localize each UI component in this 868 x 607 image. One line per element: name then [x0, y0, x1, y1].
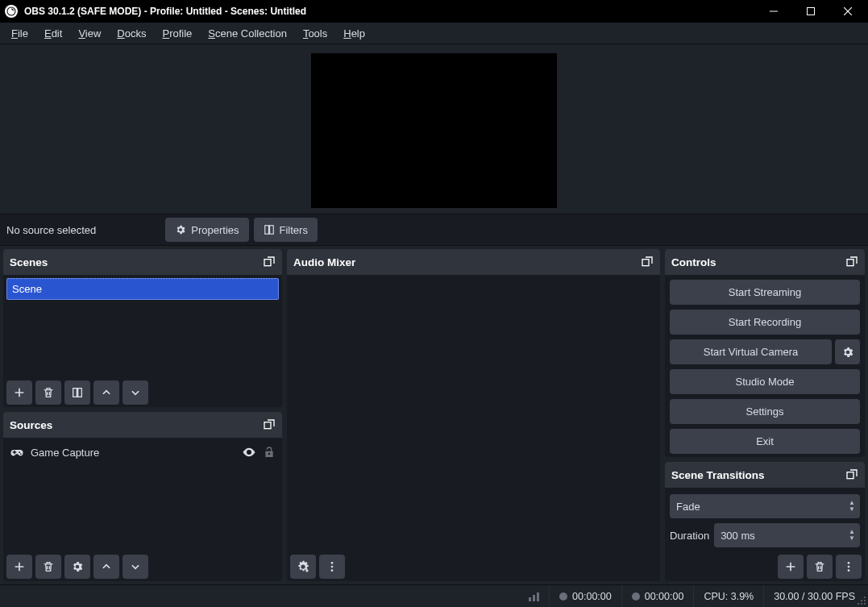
status-cpu: CPU: 3.9%: [693, 585, 763, 607]
svg-rect-4: [264, 260, 271, 266]
svg-point-23: [858, 603, 859, 605]
remove-scene-button[interactable]: [35, 380, 61, 405]
resize-grip-icon[interactable]: [857, 596, 866, 605]
preview-area[interactable]: [0, 44, 868, 214]
audio-menu-button[interactable]: [319, 555, 345, 579]
status-fps: 30.00 / 30.00 FPS: [763, 585, 865, 607]
svg-point-20: [861, 600, 862, 601]
status-rec-time: 00:00:00: [621, 585, 694, 607]
start-virtual-camera-button[interactable]: Start Virtual Camera: [670, 339, 832, 364]
menu-view[interactable]: View: [70, 25, 109, 42]
add-source-button[interactable]: [6, 555, 32, 579]
remove-transition-button[interactable]: [807, 555, 833, 579]
add-transition-button[interactable]: [778, 555, 804, 579]
window-close-button[interactable]: [829, 0, 866, 23]
lock-toggle[interactable]: [263, 446, 276, 459]
exit-button[interactable]: Exit: [670, 429, 860, 454]
svg-point-10: [331, 562, 334, 564]
menubar: File Edit View Docks Profile Scene Colle…: [0, 23, 868, 44]
window-title: OBS 30.1.2 (SAFE MODE) - Profile: Untitl…: [24, 6, 755, 17]
properties-button-label: Properties: [191, 224, 239, 236]
add-scene-button[interactable]: [6, 380, 32, 405]
svg-rect-7: [264, 422, 271, 429]
move-scene-up-button[interactable]: [93, 380, 119, 405]
svg-point-12: [331, 569, 334, 572]
menu-docks[interactable]: Docks: [109, 25, 154, 42]
window-maximize-button[interactable]: [792, 0, 829, 23]
popout-icon[interactable]: [641, 256, 654, 268]
visibility-toggle[interactable]: [242, 445, 256, 459]
transition-menu-button[interactable]: [836, 555, 862, 579]
scenes-panel: Scenes Scene: [3, 249, 282, 407]
menu-tools[interactable]: Tools: [295, 25, 335, 42]
spinner-icon: ▲▼: [849, 523, 855, 547]
menu-file[interactable]: File: [3, 25, 36, 42]
no-source-label: No source selected: [5, 224, 160, 236]
svg-rect-5: [73, 389, 77, 397]
menu-edit[interactable]: Edit: [36, 25, 70, 42]
rec-dot-icon: [632, 592, 640, 601]
transition-duration-input[interactable]: 300 ms ▲▼: [714, 523, 860, 547]
sources-list[interactable]: Game Capture: [3, 438, 282, 552]
source-properties-button[interactable]: [64, 555, 90, 579]
stream-time-value: 00:00:00: [572, 591, 612, 602]
remove-source-button[interactable]: [35, 555, 61, 579]
transitions-title: Scene Transitions: [671, 469, 765, 481]
svg-point-18: [864, 597, 866, 598]
select-spinner-icon: ▲▼: [849, 494, 855, 518]
svg-point-22: [861, 603, 862, 605]
transitions-panel: Scene Transitions Fade ▲▼ Duration 300 m…: [665, 462, 865, 581]
source-item-label: Game Capture: [31, 447, 99, 459]
transition-current: Fade: [676, 501, 700, 513]
gamepad-icon: [10, 445, 24, 459]
svg-rect-6: [78, 389, 82, 397]
svg-point-19: [864, 600, 866, 601]
move-source-up-button[interactable]: [93, 555, 119, 579]
status-network[interactable]: [519, 585, 549, 607]
source-item[interactable]: Game Capture: [6, 441, 279, 464]
filters-button[interactable]: Filters: [254, 218, 318, 242]
controls-title: Controls: [671, 256, 716, 268]
rec-time-value: 00:00:00: [645, 591, 684, 602]
svg-point-21: [864, 603, 866, 605]
audio-mixer-panel: Audio Mixer: [287, 249, 660, 581]
move-scene-down-button[interactable]: [123, 380, 148, 405]
source-toolbar: No source selected Properties Filters: [0, 214, 868, 246]
menu-profile[interactable]: Profile: [154, 25, 200, 42]
studio-mode-button[interactable]: Studio Mode: [670, 369, 860, 394]
svg-rect-13: [847, 260, 853, 266]
transition-duration-value: 300 ms: [721, 530, 755, 542]
svg-rect-2: [264, 226, 268, 235]
settings-button[interactable]: Settings: [670, 399, 860, 424]
popout-icon[interactable]: [263, 418, 276, 431]
svg-rect-1: [808, 8, 815, 15]
start-recording-button[interactable]: Start Recording: [670, 310, 860, 335]
popout-icon[interactable]: [845, 256, 858, 268]
statusbar: 00:00:00 00:00:00 CPU: 3.9% 30.00 / 30.0…: [0, 584, 868, 607]
menu-scene-collection[interactable]: Scene Collection: [200, 25, 295, 42]
start-streaming-button[interactable]: Start Streaming: [670, 280, 860, 305]
svg-rect-3: [269, 226, 273, 235]
audio-mixer-body: [287, 275, 660, 552]
svg-point-17: [848, 569, 850, 572]
svg-rect-8: [642, 260, 649, 266]
popout-icon[interactable]: [263, 256, 276, 268]
audio-mixer-title: Audio Mixer: [293, 256, 355, 268]
titlebar: OBS 30.1.2 (SAFE MODE) - Profile: Untitl…: [0, 0, 868, 23]
audio-advanced-button[interactable]: [290, 555, 316, 579]
menu-help[interactable]: Help: [335, 25, 373, 42]
properties-button[interactable]: Properties: [165, 218, 248, 242]
window-minimize-button[interactable]: [755, 0, 792, 23]
controls-panel: Controls Start Streaming Start Recording…: [665, 249, 865, 457]
transition-select[interactable]: Fade ▲▼: [670, 494, 860, 518]
preview-canvas[interactable]: [311, 53, 557, 208]
svg-point-11: [331, 566, 334, 568]
virtual-camera-settings-button[interactable]: [835, 339, 860, 364]
popout-icon[interactable]: [845, 468, 858, 481]
move-source-down-button[interactable]: [123, 555, 148, 579]
scene-item[interactable]: Scene: [6, 278, 279, 300]
stream-dot-icon: [559, 592, 567, 601]
scene-filters-button[interactable]: [64, 380, 90, 405]
scenes-list[interactable]: Scene: [3, 275, 282, 378]
network-bars-icon: [529, 592, 539, 601]
